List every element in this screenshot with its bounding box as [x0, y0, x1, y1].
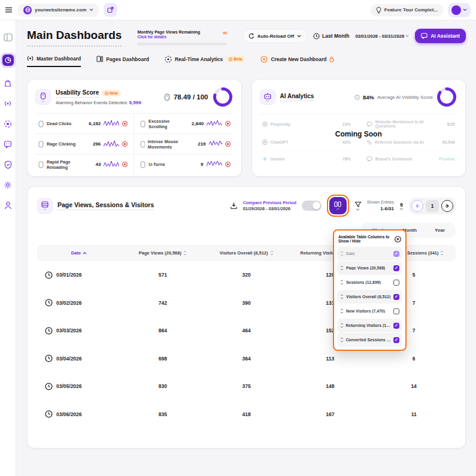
- top-bar: yourwebsitename.com Feature Tour Complet…: [0, 0, 476, 20]
- auto-reload-dropdown[interactable]: Auto-Reload Off: [242, 29, 307, 43]
- record-icon[interactable]: [225, 141, 231, 147]
- ai-assistant-button[interactable]: AI Assistant: [415, 29, 466, 43]
- columns-dropdown-title: Available Table Columns to Show / Hide: [338, 235, 393, 243]
- chat-question-icon: [366, 122, 372, 127]
- record-icon[interactable]: [122, 162, 128, 167]
- drag-handle-icon[interactable]: [340, 251, 344, 256]
- checkbox[interactable]: [393, 265, 399, 271]
- drag-handle-icon[interactable]: [340, 323, 343, 328]
- date-range-picker[interactable]: 03/01/2026 - 03/31/2026: [355, 34, 409, 39]
- tab-real-time-analytics[interactable]: Real-Time Analytics Beta: [165, 55, 245, 67]
- page-size-select[interactable]: 6: [399, 202, 404, 210]
- main-content: Main Dashboards Monthly Page Views Remai…: [16, 20, 476, 476]
- sparkline: [207, 160, 222, 168]
- panel-toggle-icon[interactable]: [3, 32, 13, 43]
- feature-tour-button[interactable]: Feature Tour Complet...: [371, 4, 443, 16]
- checkbox[interactable]: [393, 251, 399, 257]
- sidebar-item-dashboards[interactable]: [1, 53, 16, 68]
- robot-icon[interactable]: [260, 89, 275, 105]
- close-icon[interactable]: [395, 236, 401, 242]
- tab-pages-dashboard[interactable]: Pages Dashboard: [96, 55, 149, 67]
- compare-toggle[interactable]: [302, 201, 322, 211]
- record-icon[interactable]: [122, 141, 128, 147]
- metric-dead-clicks[interactable]: Dead Clicks6,192: [35, 114, 134, 134]
- column-header-page-views[interactable]: Page Views (20,568): [121, 250, 205, 256]
- column-option-new-visitors[interactable]: New Visitors (7,470): [337, 304, 402, 318]
- columns-icon: [334, 201, 341, 207]
- column-option-page-views[interactable]: Page Views (20,568): [337, 261, 402, 275]
- sidebar-item-chat[interactable]: [3, 139, 13, 149]
- checkbox[interactable]: [393, 280, 399, 286]
- info-icon: [105, 92, 108, 95]
- chevron-down-icon: [356, 208, 360, 211]
- sidebar-item-profile[interactable]: [3, 200, 13, 210]
- columns-button[interactable]: [329, 197, 347, 214]
- summary-cards: Usability Score New Alarming Behavior Ev…: [27, 79, 466, 177]
- next-page-button[interactable]: [441, 200, 453, 212]
- tab-master-dashboard[interactable]: Master Dashboard: [27, 55, 81, 67]
- monthly-label: Monthly Page Views Remaining: [137, 30, 200, 35]
- open-site-button[interactable]: [104, 3, 117, 17]
- checkbox[interactable]: [393, 294, 399, 300]
- perplexity-icon: [262, 122, 268, 127]
- column-option-visitors-overall[interactable]: Visitors Overall (8,512): [337, 290, 402, 304]
- metric-intense-mouse-movements[interactable]: Intense Mouse Movements219: [134, 134, 233, 154]
- add-dashboard-icon: [260, 56, 268, 63]
- range-tab-year[interactable]: Year: [426, 225, 454, 236]
- ai-visibility-score: 84% Average AI Visibility Score: [354, 86, 457, 108]
- drag-handle-icon[interactable]: [340, 294, 344, 299]
- checkbox[interactable]: [393, 308, 399, 314]
- metric-u-turns[interactable]: U-Turns9: [134, 154, 233, 174]
- ai-row-brand-sentiment: Brand's Sentiment Positive: [364, 151, 457, 167]
- compare-previous-period[interactable]: Compare Previous Period 01/29/2026 - 03/…: [243, 200, 296, 212]
- download-icon[interactable]: [230, 202, 238, 210]
- sidebar-item-security[interactable]: [3, 159, 13, 169]
- metric-rage-clicking[interactable]: Rage Clicking296: [35, 134, 134, 154]
- tab-create-new-dashboard[interactable]: Create New Dashboard: [260, 55, 334, 67]
- metric-excessive-scrolling[interactable]: Excessive Scrolling2,840: [134, 114, 233, 134]
- sidebar-item-settings[interactable]: [3, 180, 13, 190]
- mouse-icon: [164, 93, 170, 101]
- column-header-visitors-overall[interactable]: Visitors Overall (8,512): [205, 250, 289, 256]
- arrow-left-icon: [415, 204, 420, 208]
- menu-icon[interactable]: [5, 7, 12, 13]
- column-option-date[interactable]: Date: [337, 247, 402, 260]
- record-icon[interactable]: [122, 121, 128, 126]
- sidebar-item-orders[interactable]: [3, 78, 13, 88]
- events-detected-value: 9,599: [129, 100, 141, 105]
- column-option-sessions[interactable]: Sessions (12,899): [337, 275, 402, 289]
- sidebar: [0, 20, 16, 476]
- record-icon[interactable]: [225, 162, 231, 167]
- site-selector[interactable]: yourwebsitename.com: [18, 4, 99, 17]
- filter-funnel-icon: [354, 201, 362, 208]
- globe-icon: [23, 6, 32, 14]
- account-menu[interactable]: [448, 3, 471, 17]
- checkbox[interactable]: [393, 323, 399, 329]
- metric-rapid-page-reloading[interactable]: Rapid Page Reloading43: [35, 154, 134, 174]
- drag-handle-icon[interactable]: [340, 337, 343, 342]
- chevron-up-icon: [336, 208, 340, 210]
- drag-handle-icon[interactable]: [340, 280, 344, 285]
- monthly-details-link[interactable]: Click for details: [137, 35, 200, 39]
- column-header-date[interactable]: Date: [37, 250, 121, 256]
- mouse-icon[interactable]: [35, 89, 51, 105]
- page-number[interactable]: 1: [426, 200, 439, 212]
- filter-button[interactable]: [354, 201, 362, 211]
- prev-page-button[interactable]: [411, 200, 423, 212]
- drag-handle-icon[interactable]: [340, 308, 344, 314]
- table-row[interactable]: 03/05/2026 830 375 148 14: [37, 372, 456, 401]
- column-option-returning-visitors[interactable]: Returning Visitors (1,042): [337, 319, 402, 332]
- checkbox[interactable]: [393, 337, 399, 343]
- record-icon[interactable]: [225, 121, 231, 126]
- real-time-icon: [165, 56, 172, 63]
- info-icon: [354, 95, 360, 100]
- shown-entries: Shown Entries 1-6/31: [367, 199, 394, 212]
- column-option-converted-sessions[interactable]: Converted Sessions (341): [337, 333, 402, 347]
- table-controls: Compare Previous Period 01/29/2026 - 03/…: [230, 195, 456, 217]
- tour-highlight-ring: [327, 195, 349, 217]
- table-row[interactable]: 03/06/2026 835 418 167 11: [37, 401, 456, 429]
- drag-handle-icon[interactable]: [340, 265, 344, 271]
- sidebar-item-signal[interactable]: [3, 98, 13, 108]
- sidebar-item-sessions[interactable]: [3, 119, 13, 129]
- table-icon[interactable]: [37, 198, 53, 214]
